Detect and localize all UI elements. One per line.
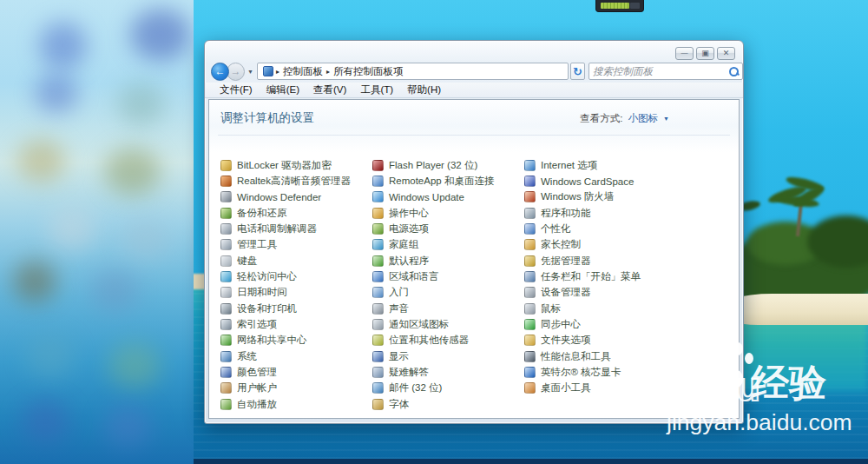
control-panel-item[interactable]: 通知区域图标 — [372, 316, 523, 332]
control-panel-item[interactable]: 电源选项 — [372, 221, 523, 236]
close-button[interactable]: ✕ — [717, 47, 735, 60]
control-panel-item[interactable]: 操作中心 — [372, 205, 523, 221]
control-panel-item[interactable]: 用户帐户 — [220, 381, 372, 396]
items-column-2: Flash Player (32 位) RemoteApp 和桌面连接 Wind… — [372, 157, 523, 413]
control-panel-item[interactable]: 显示 — [372, 348, 523, 364]
control-panel-item[interactable]: 桌面小工具 — [524, 381, 675, 396]
control-panel-item[interactable]: RemoteApp 和桌面连接 — [372, 173, 523, 189]
control-panel-item[interactable]: 设备和打印机 — [220, 301, 372, 316]
control-panel-item[interactable]: 轻松访问中心 — [220, 268, 372, 284]
control-panel-items: BitLocker 驱动器加密 Realtek高清晰音频管理器 Windows … — [209, 157, 739, 418]
menu-item[interactable]: 帮助(H) — [401, 83, 447, 97]
item-label: 同步中心 — [541, 318, 581, 331]
menu-item[interactable]: 查看(V) — [307, 83, 352, 97]
control-panel-item[interactable]: Windows CardSpace — [524, 173, 675, 189]
item-label: 疑难解答 — [389, 366, 429, 379]
control-panel-item[interactable]: 程序和功能 — [524, 205, 675, 221]
taskbar-startmenu-icon — [524, 271, 536, 282]
chevron-down-icon[interactable]: ▼ — [663, 116, 669, 122]
menu-item[interactable]: 文件(F) — [214, 83, 259, 97]
view-mode-label: 查看方式: — [580, 112, 622, 125]
control-panel-item[interactable]: Internet 选项 — [524, 157, 675, 173]
control-panel-item[interactable]: 英特尔® 核芯显卡 — [524, 364, 675, 380]
refresh-button[interactable]: ↻ — [570, 63, 585, 80]
breadcrumb-segment[interactable]: 控制面板 — [280, 65, 326, 78]
backup-restore-icon — [220, 208, 232, 219]
color-management-icon — [220, 367, 232, 378]
item-label: 管理工具 — [237, 238, 277, 251]
control-panel-item[interactable]: 颜色管理 — [220, 364, 372, 380]
control-panel-item[interactable]: 鼠标 — [524, 301, 675, 316]
item-label: 位置和其他传感器 — [389, 334, 469, 347]
item-label: 通知区域图标 — [389, 318, 449, 331]
control-panel-item[interactable]: Windows Update — [372, 189, 523, 205]
item-label: 区域和语言 — [389, 270, 439, 283]
view-mode-value[interactable]: 小图标 — [628, 112, 659, 125]
item-label: 鼠标 — [541, 302, 561, 315]
control-panel-item[interactable]: Windows 防火墙 — [524, 189, 675, 205]
menu-item[interactable]: 编辑(E) — [260, 83, 306, 97]
control-panel-item[interactable]: 邮件 (32 位) — [372, 381, 523, 396]
control-panel-item[interactable]: 文件夹选项 — [524, 333, 675, 348]
control-panel-item[interactable]: 位置和其他传感器 — [372, 333, 523, 348]
control-panel-item[interactable]: 性能信息和工具 — [524, 348, 675, 364]
breadcrumb-segment[interactable]: 所有控制面板项 — [331, 65, 406, 78]
item-label: 日期和时间 — [237, 286, 287, 299]
control-panel-item[interactable]: 字体 — [372, 396, 523, 412]
item-label: 备份和还原 — [237, 207, 287, 220]
item-label: Realtek高清晰音频管理器 — [237, 175, 351, 188]
history-dropdown-icon[interactable]: ▼ — [247, 69, 253, 75]
control-panel-item[interactable]: 个性化 — [524, 221, 675, 236]
control-panel-item[interactable]: 区域和语言 — [372, 268, 523, 284]
battery-cap — [630, 3, 640, 9]
control-panel-item[interactable]: 索引选项 — [220, 316, 372, 332]
control-panel-item[interactable]: 网络和共享中心 — [220, 333, 372, 348]
control-panel-item[interactable]: BitLocker 驱动器加密 — [220, 157, 372, 173]
control-panel-item[interactable]: 家庭组 — [372, 237, 523, 253]
control-panel-item[interactable]: 备份和还原 — [220, 205, 372, 221]
maximize-button[interactable]: ▣ — [696, 47, 714, 60]
control-panel-item[interactable]: 设备管理器 — [524, 285, 675, 301]
device-manager-icon — [524, 287, 536, 298]
control-panel-item[interactable]: 疑难解答 — [372, 364, 523, 380]
control-panel-item[interactable]: 自动播放 — [220, 396, 372, 412]
item-label: Flash Player (32 位) — [389, 159, 477, 172]
item-label: 轻松访问中心 — [237, 270, 297, 283]
sync-center-icon — [524, 319, 536, 330]
menu-item[interactable]: 工具(T) — [354, 83, 399, 97]
control-panel-item[interactable]: 同步中心 — [524, 316, 675, 332]
item-label: Windows Update — [389, 192, 464, 202]
address-bar[interactable]: ▸ 控制面板 ▸ 所有控制面板项 — [257, 63, 569, 80]
control-panel-item[interactable]: Flash Player (32 位) — [372, 157, 523, 173]
control-panel-item[interactable]: 凭据管理器 — [524, 253, 675, 268]
defender-icon — [220, 191, 232, 202]
control-panel-item[interactable]: 任务栏和「开始」菜单 — [524, 268, 675, 284]
back-button[interactable]: ← — [211, 63, 229, 81]
page-title: 调整计算机的设置 — [220, 110, 314, 126]
control-panel-item[interactable]: 默认程序 — [372, 253, 523, 268]
control-panel-item[interactable]: 键盘 — [220, 253, 372, 268]
control-panel-item[interactable]: Windows Defender — [220, 189, 372, 205]
forward-button[interactable]: → — [227, 63, 245, 81]
notification-icons-icon — [372, 319, 384, 330]
control-panel-item[interactable]: 管理工具 — [220, 237, 372, 253]
search-input[interactable] — [593, 66, 728, 76]
control-panel-item[interactable]: 系统 — [220, 348, 372, 364]
indexing-options-icon — [220, 319, 232, 330]
battery-meter-gadget[interactable] — [595, 0, 644, 12]
control-panel-item[interactable]: 入门 — [372, 285, 523, 301]
control-panel-item[interactable]: 电话和调制解调器 — [220, 221, 372, 236]
search-box[interactable] — [589, 63, 743, 80]
item-label: 设备管理器 — [541, 286, 591, 299]
item-label: 用户帐户 — [237, 381, 277, 394]
control-panel-item[interactable]: 声音 — [372, 301, 523, 316]
item-label: 凭据管理器 — [541, 255, 591, 268]
item-label: Windows CardSpace — [541, 176, 634, 187]
personalization-icon — [524, 223, 536, 235]
control-panel-item[interactable]: Realtek高清晰音频管理器 — [220, 173, 372, 189]
title-bar[interactable]: — ▣ ✕ — [205, 41, 743, 60]
control-panel-item[interactable]: 家长控制 — [524, 237, 675, 253]
item-label: 字体 — [389, 398, 409, 411]
control-panel-item[interactable]: 日期和时间 — [220, 285, 372, 301]
minimize-button[interactable]: — — [675, 47, 694, 60]
